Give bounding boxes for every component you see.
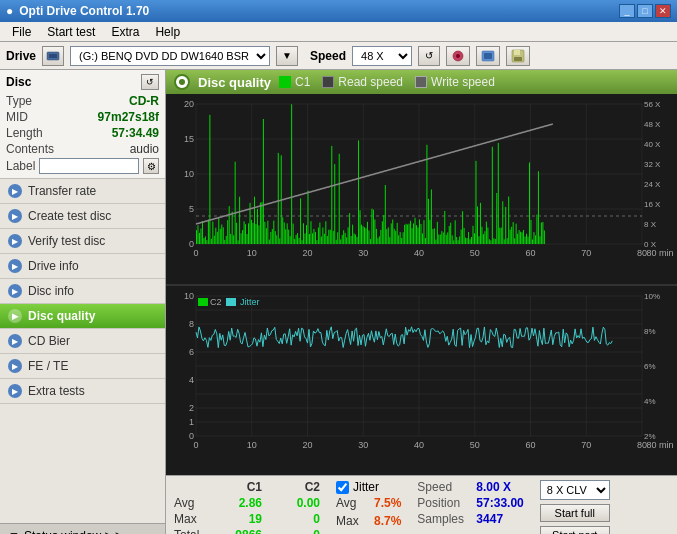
sidebar-item-verify-test-disc-label: Verify test disc — [28, 234, 105, 248]
minimize-button[interactable]: _ — [619, 4, 635, 18]
jitter-max-val: 8.7% — [374, 514, 401, 528]
fe-te-icon: ▶ — [8, 359, 22, 373]
disc-contents-row: Contents audio — [6, 142, 159, 156]
disc-label-label: Label — [6, 159, 35, 173]
stats-avg-row: Avg 2.86 0.00 — [174, 496, 320, 510]
speed-samples-label: Samples — [417, 512, 472, 526]
sidebar-item-extra-tests[interactable]: ▶ Extra tests — [0, 379, 165, 404]
speed-select[interactable]: 48 X — [352, 46, 412, 66]
legend-write-speed-color — [415, 76, 427, 88]
menu-start-test[interactable]: Start test — [39, 24, 103, 40]
disc-panel: Disc ↺ Type CD-R MID 97m27s18f Length 57… — [0, 70, 165, 179]
status-window-btn[interactable]: ▼ Status window > > — [0, 523, 165, 534]
start-full-button[interactable]: Start full — [540, 504, 610, 522]
stats-col-c2: C2 — [270, 480, 320, 494]
drive-action-btn1[interactable] — [446, 46, 470, 66]
chart2 — [166, 286, 677, 476]
disc-quality-header: Disc quality C1 Read speed Write speed — [166, 70, 677, 94]
stats-max-c2: 0 — [270, 512, 320, 526]
stats-header-row: C1 C2 — [174, 480, 320, 494]
title-bar-controls: _ □ ✕ — [619, 4, 671, 18]
svg-rect-8 — [514, 57, 522, 61]
stats-max-label: Max — [174, 512, 204, 526]
create-test-disc-icon: ▶ — [8, 209, 22, 223]
svg-rect-7 — [514, 50, 520, 55]
main-layout: Disc ↺ Type CD-R MID 97m27s18f Length 57… — [0, 70, 677, 534]
sidebar-item-disc-quality[interactable]: ▶ Disc quality — [0, 304, 165, 329]
content-area: Disc quality C1 Read speed Write speed — [166, 70, 677, 534]
disc-quality-icon-circle — [174, 74, 190, 90]
stats-total-row: Total 9866 0 — [174, 528, 320, 534]
sidebar-item-verify-test-disc[interactable]: ▶ Verify test disc — [0, 229, 165, 254]
drive-icon-btn[interactable] — [42, 46, 64, 66]
disc-quality-title: Disc quality — [198, 75, 271, 90]
sidebar-item-disc-quality-label: Disc quality — [28, 309, 95, 323]
drive-select[interactable]: (G:) BENQ DVD DD DW1640 BSRB — [70, 46, 270, 66]
sidebar-item-drive-info[interactable]: ▶ Drive info — [0, 254, 165, 279]
transfer-rate-icon: ▶ — [8, 184, 22, 198]
drive-info-icon: ▶ — [8, 259, 22, 273]
svg-point-3 — [456, 54, 460, 58]
status-window-label: Status window > > — [24, 529, 122, 534]
sidebar-item-disc-info-label: Disc info — [28, 284, 74, 298]
svg-rect-5 — [484, 53, 492, 59]
clv-select[interactable]: 8 X CLV — [540, 480, 610, 500]
disc-refresh-btn[interactable]: ↺ — [141, 74, 159, 90]
stats-table: C1 C2 Avg 2.86 0.00 Max 19 0 Total 9866 … — [174, 480, 320, 534]
sidebar-item-disc-info[interactable]: ▶ Disc info — [0, 279, 165, 304]
legend-write-speed: Write speed — [415, 75, 495, 89]
chart-container — [166, 94, 677, 475]
legend-write-speed-label: Write speed — [431, 75, 495, 89]
disc-mid-value: 97m27s18f — [98, 110, 159, 124]
menu-bar: File Start test Extra Help — [0, 22, 677, 42]
legend-read-speed-label: Read speed — [338, 75, 403, 89]
jitter-avg-label: Avg — [336, 496, 366, 510]
drive-action-btn2[interactable] — [476, 46, 500, 66]
speed-refresh-btn[interactable]: ↺ — [418, 46, 440, 66]
disc-label-settings-btn[interactable]: ⚙ — [143, 158, 159, 174]
legend-read-speed-color — [322, 76, 334, 88]
sidebar-item-drive-info-label: Drive info — [28, 259, 79, 273]
start-part-button[interactable]: Start part — [540, 526, 610, 534]
menu-file[interactable]: File — [4, 24, 39, 40]
disc-label-row: Label ⚙ — [6, 158, 159, 174]
drive-refresh-btn[interactable]: ▼ — [276, 46, 298, 66]
disc-label-input[interactable] — [39, 158, 139, 174]
sidebar-item-cd-bier[interactable]: ▶ CD Bier — [0, 329, 165, 354]
disc-contents-value: audio — [130, 142, 159, 156]
jitter-avg-row: Avg 7.5% — [336, 496, 401, 510]
disc-length-label: Length — [6, 126, 43, 140]
speed-label: Speed — [310, 49, 346, 63]
menu-help[interactable]: Help — [147, 24, 188, 40]
chart-legend: C1 Read speed Write speed — [279, 75, 495, 89]
speed-section: Speed 8.00 X Position 57:33.00 Samples 3… — [417, 480, 523, 526]
maximize-button[interactable]: □ — [637, 4, 653, 18]
extra-tests-icon: ▶ — [8, 384, 22, 398]
title-bar-left: ● Opti Drive Control 1.70 — [6, 4, 149, 18]
sidebar-item-fe-te[interactable]: ▶ FE / TE — [0, 354, 165, 379]
chart1 — [166, 94, 677, 284]
verify-test-disc-icon: ▶ — [8, 234, 22, 248]
legend-c1: C1 — [279, 75, 310, 89]
stats-area: C1 C2 Avg 2.86 0.00 Max 19 0 Total 9866 … — [166, 475, 677, 534]
speed-position-label: Position — [417, 496, 472, 510]
sidebar-item-create-test-disc[interactable]: ▶ Create test disc — [0, 204, 165, 229]
action-section: 8 X CLV Start full Start part — [540, 480, 610, 534]
menu-extra[interactable]: Extra — [103, 24, 147, 40]
close-button[interactable]: ✕ — [655, 4, 671, 18]
sidebar-item-transfer-rate[interactable]: ▶ Transfer rate — [0, 179, 165, 204]
status-window-icon: ▼ — [8, 529, 20, 534]
drive-save-btn[interactable] — [506, 46, 530, 66]
disc-panel-header: Disc ↺ — [6, 74, 159, 90]
stats-max-row: Max 19 0 — [174, 512, 320, 526]
sidebar-item-transfer-rate-label: Transfer rate — [28, 184, 96, 198]
speed-speed-row: Speed 8.00 X — [417, 480, 523, 494]
jitter-section: Jitter Avg 7.5% Max 8.7% — [336, 480, 401, 530]
app-icon: ● — [6, 4, 13, 18]
disc-type-value: CD-R — [129, 94, 159, 108]
jitter-checkbox[interactable] — [336, 481, 349, 494]
drive-label: Drive — [6, 49, 36, 63]
sidebar-item-extra-tests-label: Extra tests — [28, 384, 85, 398]
drive-bar: Drive (G:) BENQ DVD DD DW1640 BSRB ▼ Spe… — [0, 42, 677, 70]
disc-contents-label: Contents — [6, 142, 54, 156]
